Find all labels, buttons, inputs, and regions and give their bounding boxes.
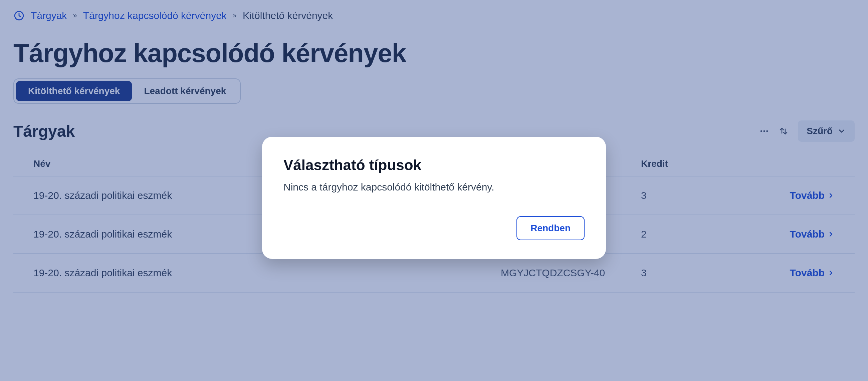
modal-overlay[interactable]: Választható típusok Nincs a tárgyhoz kap… <box>0 0 868 381</box>
ok-button[interactable]: Rendben <box>517 216 585 240</box>
modal-body: Nincs a tárgyhoz kapcsolódó kitölthető k… <box>283 182 585 193</box>
modal-title: Választható típusok <box>283 157 585 173</box>
modal-footer: Rendben <box>283 216 585 240</box>
modal: Választható típusok Nincs a tárgyhoz kap… <box>262 137 606 259</box>
